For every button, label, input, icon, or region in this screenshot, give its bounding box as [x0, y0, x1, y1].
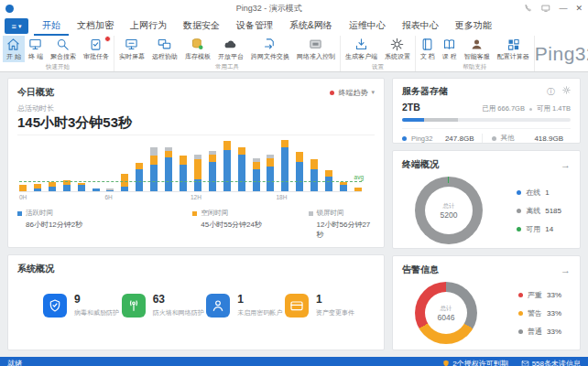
chart-bar-hour-16[interactable] [253, 158, 260, 191]
legend-swatch [518, 293, 523, 297]
chart-bar-hour-19[interactable] [296, 152, 303, 191]
total-activity-label: 总活动时长 [17, 103, 375, 113]
chart-bar-hour-6[interactable] [106, 188, 114, 191]
chart-bar-hour-10[interactable] [165, 147, 172, 191]
chart-bar-hour-18[interactable] [281, 140, 289, 191]
menu-item-6[interactable]: 运维中心 [341, 17, 394, 36]
stat-no-password-accounts[interactable]: 1未启用密码帐户 [206, 294, 282, 318]
stat-firewall-protection[interactable]: 63防火墙和网络防护 [122, 294, 204, 318]
ribbon-group-help: 文 档 课 程 智能客服 配置计算器 帮助支持 [416, 36, 535, 71]
storage-breakdown: Ping32247.8GB其他418.9GB [402, 128, 571, 143]
ribbon-button-search[interactable]: 聚合搜索 [47, 36, 80, 62]
legend-swatch [492, 136, 496, 141]
menu-item-7[interactable]: 报表中心 [394, 17, 447, 36]
bar-segment [325, 177, 332, 191]
ribbon-button-generate-client[interactable]: 生成客户端 [342, 36, 381, 62]
chart-bar-hour-15[interactable] [238, 147, 245, 191]
chart-bar-hour-1[interactable] [34, 184, 41, 191]
ribbon-button-system-settings[interactable]: 系统设置 [381, 36, 414, 62]
donut-legend-item-2: 可用14 [517, 224, 561, 234]
ribbon-button-terminal[interactable]: 终 端 [25, 36, 47, 62]
chart-bar-hour-13[interactable] [209, 151, 216, 191]
alarm-detail-arrow[interactable]: → [561, 265, 571, 274]
window-controls: — ✕ [524, 4, 583, 13]
chart-bar-hour-8[interactable] [136, 163, 143, 191]
chart-bar-hour-12[interactable] [194, 155, 201, 191]
panel-title: 服务器存储 [402, 85, 448, 98]
app-icon [5, 5, 14, 13]
menu-item-0[interactable]: 开始 [34, 17, 69, 36]
ribbon-button-live-screen[interactable]: 实时屏幕 [115, 36, 148, 62]
ribbon-button-config-calculator[interactable]: 配置计算器 [494, 36, 533, 62]
storage-bar-segment [402, 118, 424, 122]
separator-dot [529, 108, 532, 111]
trend-selector[interactable]: 终端趋势 ▾ [330, 88, 375, 98]
panel-title: 告警信息 [402, 264, 439, 276]
status-ready: 就绪 [7, 359, 22, 366]
chart-bar-hour-23[interactable] [354, 188, 362, 191]
panel-title: 终端概况 [402, 158, 439, 171]
close-button[interactable]: ✕ [575, 5, 583, 13]
menu-item-8[interactable]: 更多功能 [447, 17, 500, 36]
bar-segment [325, 170, 332, 177]
chart-bar-hour-5[interactable] [93, 188, 100, 191]
chart-bar-hour-3[interactable] [63, 180, 71, 191]
ribbon-button-course[interactable]: 课 程 [439, 36, 461, 62]
donut-legend-item-1: 离线5185 [517, 206, 561, 216]
legend-item-2: 锁屏时间12小时56分钟27秒 [309, 209, 375, 240]
ribbon-button-smart-service[interactable]: 智能客服 [461, 36, 494, 62]
ribbon-button-approval[interactable]: 审批任务 [80, 36, 113, 62]
unread-messages-status[interactable]: 558条未读信息 [521, 359, 581, 366]
screen-share-icon[interactable] [541, 4, 550, 13]
ribbon-button-home[interactable]: 开 始 [3, 36, 25, 62]
donut-legend-item-0: 在线1 [517, 188, 561, 198]
terminal-detail-arrow[interactable]: → [561, 160, 571, 169]
license-expiry-status[interactable]: 2个授权许可到期 [442, 359, 507, 366]
chart-bar-hour-22[interactable] [340, 182, 347, 191]
support-phone-icon[interactable] [524, 4, 533, 13]
x-tick-18H: 18H [277, 194, 288, 200]
bar-segment [49, 187, 56, 191]
chart-bar-hour-7[interactable] [121, 174, 128, 191]
envelope-icon [521, 360, 529, 366]
chart-bar-hour-17[interactable] [267, 155, 274, 191]
minimize-button[interactable]: — [559, 5, 567, 13]
storage-bar-segment [424, 118, 458, 122]
support-agent-icon [470, 38, 484, 51]
donut-legend-item-2: 普通33% [518, 327, 561, 337]
storage-total: 2TB [402, 102, 420, 113]
bar-segment [121, 187, 128, 191]
stat-asset-change-events[interactable]: 1资产变更事件 [285, 294, 354, 318]
bar-segment [281, 147, 289, 191]
ribbon-button-inventory-template[interactable]: 库存模板 [181, 36, 214, 62]
menu-item-3[interactable]: 数据安全 [175, 17, 228, 36]
chart-bar-hour-4[interactable] [78, 183, 85, 191]
ribbon-button-network-access[interactable]: 网络准入控制 [293, 36, 339, 62]
chart-bar-hour-20[interactable] [310, 159, 318, 191]
gear-icon[interactable] [562, 86, 571, 98]
info-icon[interactable]: ⓘ [547, 86, 555, 98]
ribbon-button-file-exchange[interactable]: 跨网文件交换 [247, 36, 293, 62]
search-icon [56, 38, 70, 51]
chart-bar-hour-11[interactable] [180, 156, 187, 191]
stat-virus-protection[interactable]: 9病毒和威胁防护 [43, 294, 119, 318]
bar-segment [296, 152, 303, 162]
ribbon-button-open-platform[interactable]: 开放平台 [214, 36, 247, 62]
chevron-down-icon: ▾ [371, 89, 375, 96]
chart-bar-hour-9[interactable] [150, 147, 158, 191]
chart-bar-hour-14[interactable] [223, 141, 231, 191]
book-icon [420, 38, 434, 51]
menu-item-4[interactable]: 设备管理 [228, 17, 281, 36]
menu-item-2[interactable]: 上网行为 [122, 17, 175, 36]
menu-item-1[interactable]: 文档加密 [69, 17, 122, 36]
chart-bar-hour-0[interactable] [19, 185, 27, 191]
menu-item-5[interactable]: 系统&网络 [281, 17, 341, 36]
bar-segment [310, 159, 318, 169]
ribbon-button-remote-assist[interactable]: 远程协助 [148, 36, 181, 62]
alarm-donut-chart: 总计 6046 [415, 282, 477, 344]
file-menu-button[interactable]: ≡▾ [5, 18, 28, 34]
chart-bar-hour-2[interactable] [49, 182, 56, 191]
bar-segment [223, 141, 231, 149]
ribbon-button-docs[interactable]: 文 档 [417, 36, 439, 62]
panel-title: 今日概览 [17, 86, 54, 99]
